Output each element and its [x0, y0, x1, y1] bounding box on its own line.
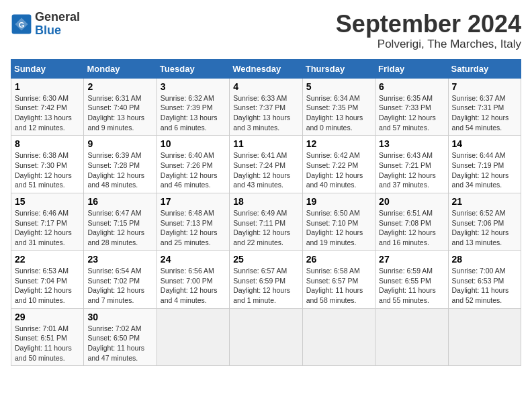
day-number: 8 — [15, 138, 80, 149]
day-number: 20 — [379, 196, 444, 207]
calendar-cell: 3Sunrise: 6:32 AMSunset: 7:39 PMDaylight… — [157, 78, 229, 136]
day-info: Sunrise: 6:44 AMSunset: 7:19 PMDaylight:… — [452, 150, 517, 190]
calendar-cell: 7Sunrise: 6:37 AMSunset: 7:31 PMDaylight… — [448, 78, 521, 136]
day-number: 22 — [15, 254, 80, 265]
day-number: 30 — [87, 312, 152, 322]
page-header: G General Blue September 2024 Polverigi,… — [11, 11, 521, 51]
calendar-cell: 2Sunrise: 6:31 AMSunset: 7:40 PMDaylight… — [84, 78, 157, 136]
calendar-cell: 11Sunrise: 6:41 AMSunset: 7:24 PMDayligh… — [230, 136, 302, 193]
calendar-cell — [375, 308, 448, 366]
day-info: Sunrise: 6:53 AMSunset: 7:04 PMDaylight:… — [15, 266, 80, 306]
calendar-header-row: SundayMondayTuesdayWednesdayThursdayFrid… — [11, 59, 521, 78]
day-number: 21 — [452, 196, 517, 207]
calendar-cell: 27Sunrise: 6:59 AMSunset: 6:55 PMDayligh… — [375, 250, 448, 308]
day-number: 18 — [233, 196, 298, 207]
day-number: 1 — [15, 81, 80, 92]
day-number: 6 — [379, 81, 444, 92]
header-monday: Monday — [84, 59, 157, 78]
day-info: Sunrise: 6:57 AMSunset: 6:59 PMDaylight:… — [233, 266, 298, 306]
day-number: 4 — [233, 81, 298, 92]
calendar-cell: 30Sunrise: 7:02 AMSunset: 6:50 PMDayligh… — [84, 308, 157, 366]
calendar-week-row: 29Sunrise: 7:01 AMSunset: 6:51 PMDayligh… — [11, 308, 521, 366]
calendar-cell: 18Sunrise: 6:49 AMSunset: 7:11 PMDayligh… — [230, 193, 302, 251]
logo-general: General — [35, 11, 80, 24]
day-number: 10 — [161, 138, 226, 149]
calendar-week-row: 15Sunrise: 6:46 AMSunset: 7:17 PMDayligh… — [11, 193, 521, 251]
calendar-cell: 26Sunrise: 6:58 AMSunset: 6:57 PMDayligh… — [302, 250, 375, 308]
day-number: 17 — [161, 196, 226, 207]
day-info: Sunrise: 6:47 AMSunset: 7:15 PMDaylight:… — [87, 208, 152, 248]
day-info: Sunrise: 6:31 AMSunset: 7:40 PMDaylight:… — [87, 93, 152, 133]
calendar-cell: 15Sunrise: 6:46 AMSunset: 7:17 PMDayligh… — [11, 193, 84, 251]
header-wednesday: Wednesday — [230, 59, 302, 78]
day-number: 15 — [15, 196, 80, 207]
day-number: 9 — [87, 138, 152, 149]
day-number: 19 — [306, 196, 371, 207]
day-info: Sunrise: 6:35 AMSunset: 7:33 PMDaylight:… — [379, 93, 444, 133]
calendar-cell: 20Sunrise: 6:51 AMSunset: 7:08 PMDayligh… — [375, 193, 448, 251]
day-number: 14 — [452, 138, 517, 149]
calendar-cell — [157, 308, 229, 366]
day-info: Sunrise: 6:51 AMSunset: 7:08 PMDaylight:… — [379, 208, 444, 248]
day-info: Sunrise: 6:59 AMSunset: 6:55 PMDaylight:… — [379, 266, 444, 306]
calendar-cell: 21Sunrise: 6:52 AMSunset: 7:06 PMDayligh… — [448, 193, 521, 251]
day-info: Sunrise: 6:37 AMSunset: 7:31 PMDaylight:… — [452, 93, 517, 133]
day-info: Sunrise: 6:58 AMSunset: 6:57 PMDaylight:… — [306, 266, 371, 306]
calendar-cell: 19Sunrise: 6:50 AMSunset: 7:10 PMDayligh… — [302, 193, 375, 251]
calendar-cell: 14Sunrise: 6:44 AMSunset: 7:19 PMDayligh… — [448, 136, 521, 193]
calendar-cell: 1Sunrise: 6:30 AMSunset: 7:42 PMDaylight… — [11, 78, 84, 136]
day-number: 24 — [161, 254, 226, 265]
svg-text:G: G — [19, 21, 25, 29]
day-info: Sunrise: 6:40 AMSunset: 7:26 PMDaylight:… — [161, 150, 226, 190]
day-info: Sunrise: 6:48 AMSunset: 7:13 PMDaylight:… — [161, 208, 226, 248]
calendar-cell: 22Sunrise: 6:53 AMSunset: 7:04 PMDayligh… — [11, 250, 84, 308]
day-number: 12 — [306, 138, 371, 149]
day-number: 2 — [87, 81, 152, 92]
calendar-cell: 28Sunrise: 7:00 AMSunset: 6:53 PMDayligh… — [448, 250, 521, 308]
day-info: Sunrise: 6:39 AMSunset: 7:28 PMDaylight:… — [87, 150, 152, 190]
page-subtitle: Polverigi, The Marches, Italy — [336, 38, 521, 51]
day-number: 27 — [379, 254, 444, 265]
header-friday: Friday — [375, 59, 448, 78]
day-number: 16 — [87, 196, 152, 207]
header-tuesday: Tuesday — [157, 59, 229, 78]
day-info: Sunrise: 7:01 AMSunset: 6:51 PMDaylight:… — [15, 324, 80, 363]
day-info: Sunrise: 6:41 AMSunset: 7:24 PMDaylight:… — [233, 150, 298, 190]
day-info: Sunrise: 6:43 AMSunset: 7:21 PMDaylight:… — [379, 150, 444, 190]
day-info: Sunrise: 6:54 AMSunset: 7:02 PMDaylight:… — [87, 266, 152, 306]
calendar-cell: 6Sunrise: 6:35 AMSunset: 7:33 PMDaylight… — [375, 78, 448, 136]
logo-icon: G — [11, 13, 32, 35]
header-thursday: Thursday — [302, 59, 375, 78]
day-info: Sunrise: 6:46 AMSunset: 7:17 PMDaylight:… — [15, 208, 80, 248]
day-number: 25 — [233, 254, 298, 265]
day-info: Sunrise: 6:32 AMSunset: 7:39 PMDaylight:… — [161, 93, 226, 133]
page-title: September 2024 — [336, 11, 521, 38]
calendar-cell — [230, 308, 302, 366]
calendar-cell: 16Sunrise: 6:47 AMSunset: 7:15 PMDayligh… — [84, 193, 157, 251]
day-number: 5 — [306, 81, 371, 92]
day-number: 28 — [452, 254, 517, 265]
day-info: Sunrise: 6:38 AMSunset: 7:30 PMDaylight:… — [15, 150, 80, 190]
calendar-cell: 24Sunrise: 6:56 AMSunset: 7:00 PMDayligh… — [157, 250, 229, 308]
day-info: Sunrise: 6:33 AMSunset: 7:37 PMDaylight:… — [233, 93, 298, 133]
day-info: Sunrise: 7:00 AMSunset: 6:53 PMDaylight:… — [452, 266, 517, 306]
calendar-cell: 8Sunrise: 6:38 AMSunset: 7:30 PMDaylight… — [11, 136, 84, 193]
day-number: 29 — [15, 312, 80, 322]
title-block: September 2024 Polverigi, The Marches, I… — [336, 11, 521, 51]
calendar-cell: 17Sunrise: 6:48 AMSunset: 7:13 PMDayligh… — [157, 193, 229, 251]
day-info: Sunrise: 6:50 AMSunset: 7:10 PMDaylight:… — [306, 208, 371, 248]
day-info: Sunrise: 6:52 AMSunset: 7:06 PMDaylight:… — [452, 208, 517, 248]
calendar-cell: 23Sunrise: 6:54 AMSunset: 7:02 PMDayligh… — [84, 250, 157, 308]
day-number: 7 — [452, 81, 517, 92]
calendar-cell: 29Sunrise: 7:01 AMSunset: 6:51 PMDayligh… — [11, 308, 84, 366]
calendar-cell: 10Sunrise: 6:40 AMSunset: 7:26 PMDayligh… — [157, 136, 229, 193]
calendar-week-row: 8Sunrise: 6:38 AMSunset: 7:30 PMDaylight… — [11, 136, 521, 193]
day-number: 13 — [379, 138, 444, 149]
calendar-cell: 25Sunrise: 6:57 AMSunset: 6:59 PMDayligh… — [230, 250, 302, 308]
calendar-cell: 13Sunrise: 6:43 AMSunset: 7:21 PMDayligh… — [375, 136, 448, 193]
logo: G General Blue — [11, 11, 80, 38]
logo-blue: Blue — [35, 24, 80, 38]
day-info: Sunrise: 7:02 AMSunset: 6:50 PMDaylight:… — [87, 324, 152, 363]
calendar-table: SundayMondayTuesdayWednesdayThursdayFrid… — [11, 59, 521, 367]
calendar-cell — [448, 308, 521, 366]
